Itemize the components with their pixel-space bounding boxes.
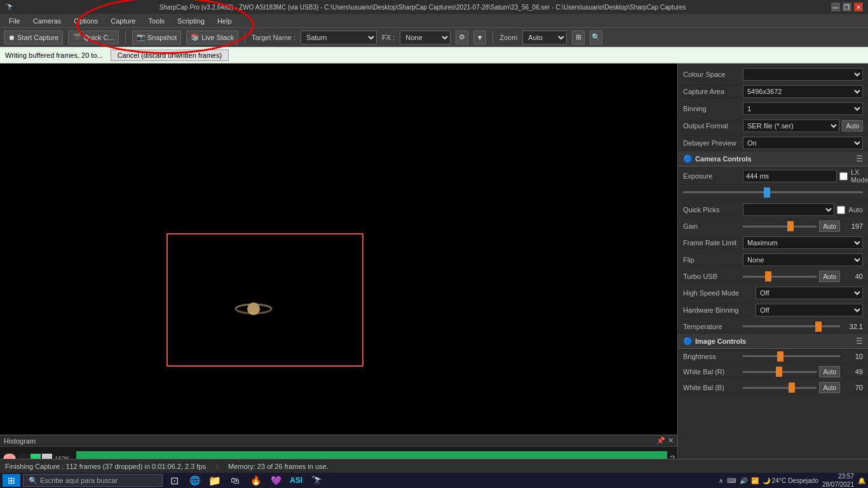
app-icon-asi[interactable]: ASI: [287, 474, 305, 487]
white-bal-b-slider-thumb[interactable]: [789, 383, 795, 393]
binning-select[interactable]: 1: [743, 102, 863, 115]
notification-button[interactable]: 🔔: [858, 477, 865, 484]
app-icon-1[interactable]: 🔥: [247, 474, 264, 487]
keyboard-icon[interactable]: ⌨: [727, 477, 736, 484]
turbo-usb-auto-button[interactable]: Auto: [819, 271, 840, 282]
debayer-preview-select[interactable]: On: [743, 137, 863, 149]
snapshot-button[interactable]: 📷 Snapshot: [132, 30, 181, 44]
color-space-label: Colour Space: [683, 71, 740, 78]
toolbar-sep-3: [492, 31, 493, 44]
white-bal-r-value: 49: [843, 368, 863, 376]
menu-tools[interactable]: Tools: [142, 16, 171, 26]
fx-extra-button[interactable]: ▼: [473, 30, 486, 44]
white-bal-b-auto-button[interactable]: Auto: [819, 382, 840, 393]
exposure-input[interactable]: [743, 170, 837, 182]
app-icon-2[interactable]: 💜: [267, 474, 285, 487]
image-controls-menu-icon[interactable]: ☰: [856, 337, 863, 346]
color-space-select[interactable]: [743, 68, 863, 81]
image-controls-header[interactable]: 🔵 Image Controls ☰: [678, 334, 868, 349]
edge-icon[interactable]: 🌐: [186, 474, 203, 487]
memory-info: Memory: 23 of 26 frames in use.: [228, 463, 329, 470]
turbo-usb-slider[interactable]: [743, 271, 817, 281]
white-bal-r-slider[interactable]: [743, 367, 817, 377]
histogram-pin-icon[interactable]: 📌: [656, 437, 665, 445]
white-bal-b-slider[interactable]: [743, 383, 817, 393]
record-icon: ⏺: [8, 34, 15, 41]
taskbar-up-arrow[interactable]: ∧: [719, 477, 723, 484]
temperature-value: 32.1: [843, 323, 863, 330]
camera-controls-menu-icon[interactable]: ☰: [856, 154, 863, 163]
quick-picks-select[interactable]: [743, 203, 834, 216]
start-capture-button[interactable]: ⏺ Start Capture: [4, 30, 63, 44]
output-format-select[interactable]: SER file (*.ser): [743, 119, 839, 132]
output-format-label: Output Format: [683, 122, 740, 130]
high-speed-mode-select[interactable]: Off: [756, 287, 863, 299]
camera-controls-expand-icon: 🔵: [683, 154, 693, 163]
minimize-button[interactable]: —: [831, 3, 840, 11]
white-bal-r-slider-thumb[interactable]: [776, 367, 782, 377]
titlebar-controls: — ❐ ✕: [831, 3, 863, 11]
capture-area-label: Capture Area: [683, 88, 740, 95]
clock-area[interactable]: 23:57 28/07/2021: [822, 472, 854, 488]
date-display: 28/07/2021: [822, 480, 854, 488]
weather-info: 🌙 24°C Despejado: [763, 477, 818, 484]
gain-slider-thumb[interactable]: [787, 221, 794, 231]
taskbar-search[interactable]: 🔍 Escribe aquí para buscar: [23, 474, 163, 487]
zoom-search-button[interactable]: 🔍: [590, 30, 602, 44]
flip-select[interactable]: None: [743, 254, 863, 266]
target-select[interactable]: Saturn: [301, 30, 377, 44]
menu-options[interactable]: Options: [67, 16, 104, 26]
brightness-slider[interactable]: [743, 351, 840, 362]
temperature-slider[interactable]: [743, 322, 840, 332]
exposure-slider[interactable]: [683, 187, 863, 198]
fx-select[interactable]: None: [400, 30, 451, 44]
brightness-label: Brightness: [683, 353, 740, 360]
task-view-icon[interactable]: ⊡: [165, 474, 183, 487]
binning-label: Binning: [683, 105, 740, 112]
cancel-discard-button[interactable]: Cancel (discard unwritten frames): [111, 50, 229, 61]
brightness-slider-thumb[interactable]: [777, 351, 783, 362]
zoom-select[interactable]: Auto: [522, 30, 567, 44]
temperature-label: Temperature: [683, 323, 740, 330]
menubar: File Cameras Options Capture Tools Scrip…: [0, 14, 868, 28]
white-bal-b-label: White Bal (B): [683, 384, 740, 391]
menu-capture[interactable]: Capture: [104, 16, 142, 26]
frame-rate-select[interactable]: Maximum: [743, 236, 863, 249]
quick-capture-button[interactable]: 🎬 Quick C...: [68, 30, 118, 44]
histogram-close-icon[interactable]: ✕: [668, 437, 674, 445]
file-explorer-icon[interactable]: 📁: [206, 474, 224, 487]
exposure-slider-thumb[interactable]: [764, 187, 770, 198]
quick-picks-auto-checkbox[interactable]: [837, 206, 845, 214]
menu-cameras[interactable]: Cameras: [27, 16, 68, 26]
app-icon-sharpcap[interactable]: 🔭: [308, 474, 325, 487]
menu-help[interactable]: Help: [211, 16, 238, 26]
menu-file[interactable]: File: [3, 16, 27, 26]
network-icon[interactable]: 📶: [751, 477, 759, 484]
gain-slider[interactable]: [743, 221, 817, 231]
camera-controls-label: Camera Controls: [695, 155, 752, 163]
maximize-button[interactable]: ❐: [843, 3, 851, 11]
high-speed-mode-label: High Speed Mode: [683, 289, 753, 297]
output-auto-button[interactable]: Auto: [842, 120, 863, 132]
gain-auto-button[interactable]: Auto: [819, 220, 840, 232]
store-icon[interactable]: 🛍: [226, 474, 244, 487]
exposure-slider-row: [678, 186, 868, 201]
capture-area-select[interactable]: 5496x3672: [743, 85, 863, 98]
turbo-usb-slider-thumb[interactable]: [765, 271, 771, 281]
temperature-slider-thumb[interactable]: [815, 322, 822, 332]
white-bal-r-auto-button[interactable]: Auto: [819, 366, 840, 377]
close-button[interactable]: ✕: [854, 3, 863, 11]
zoom-fit-button[interactable]: ⊞: [572, 30, 585, 44]
saturn-planet: [234, 295, 273, 320]
live-stack-button[interactable]: 📚 Live Stack: [186, 30, 238, 44]
start-button[interactable]: ⊞: [3, 474, 20, 487]
fx-settings-button[interactable]: ⚙: [456, 30, 468, 44]
menu-scripting[interactable]: Scripting: [171, 16, 211, 26]
camera-controls-header[interactable]: 🔵 Camera Controls ☰: [678, 152, 868, 166]
quick-picks-auto-label: Auto: [848, 206, 863, 214]
target-label: Target Name :: [252, 34, 295, 41]
turbo-usb-label: Turbo USB: [683, 273, 740, 280]
hardware-binning-select[interactable]: Off: [756, 304, 863, 316]
speaker-icon[interactable]: 🔊: [740, 477, 747, 484]
lx-mode-checkbox[interactable]: [839, 172, 848, 180]
